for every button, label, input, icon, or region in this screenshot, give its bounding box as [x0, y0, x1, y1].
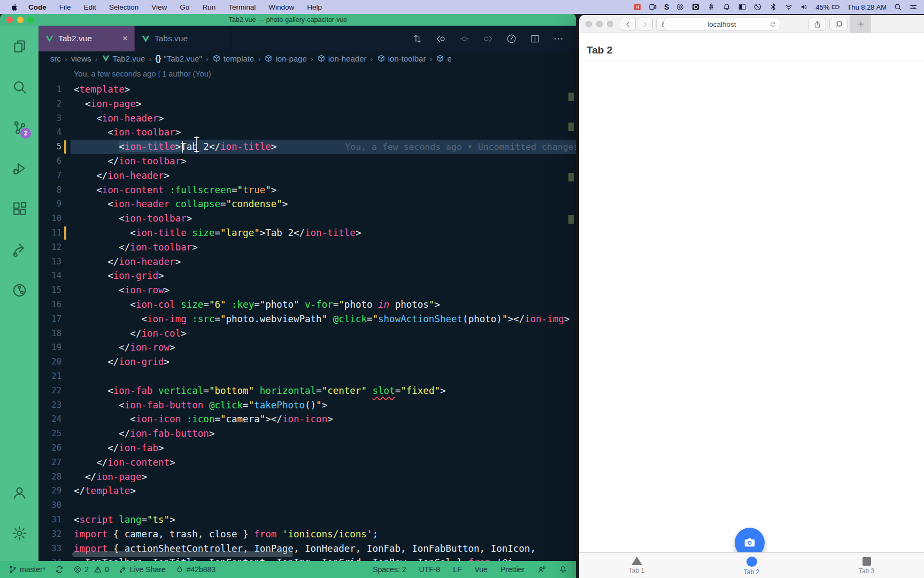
- breadcrumb-item[interactable]: ion-page: [264, 54, 306, 63]
- breadcrumb-item[interactable]: views: [71, 54, 91, 63]
- eol-status[interactable]: LF: [453, 565, 461, 574]
- code-line[interactable]: 27 </ion-content>: [38, 455, 576, 470]
- editor-tab-Tabs.vue[interactable]: Tabs.vue: [135, 26, 231, 51]
- activity-branch-circle[interactable]: [6, 277, 32, 303]
- code-line[interactable]: 8 <ion-content :fullscreen="true">: [38, 183, 576, 197]
- clock[interactable]: Thu 8:28 AM: [847, 3, 887, 11]
- editor-tab-Tab2.vue[interactable]: Tab2.vue×: [38, 26, 135, 51]
- code-line[interactable]: 30: [38, 498, 576, 513]
- minimize-window-button[interactable]: [17, 17, 24, 23]
- menu-edit[interactable]: Edit: [84, 3, 96, 11]
- code-line[interactable]: 21: [38, 369, 576, 384]
- bell-app-icon[interactable]: [722, 3, 731, 11]
- notifications-status[interactable]: [559, 565, 567, 574]
- formatter-status[interactable]: Prettier: [500, 565, 525, 574]
- control-center-icon[interactable]: [909, 3, 918, 11]
- do-not-disturb-icon[interactable]: [753, 3, 762, 11]
- breadcrumb-item[interactable]: src: [50, 54, 61, 63]
- code-line[interactable]: 32import { camera, trash, close } from '…: [38, 527, 576, 542]
- live-share-status[interactable]: Live Share: [119, 565, 166, 574]
- breadcrumb-item[interactable]: ion-toolbar: [377, 54, 426, 63]
- split-editor-button[interactable]: [527, 31, 543, 47]
- encoding-status[interactable]: UTF-8: [419, 565, 440, 574]
- address-bar[interactable]: localhost: [664, 18, 780, 31]
- forward-button[interactable]: [637, 18, 653, 31]
- zoom-window-button[interactable]: [607, 21, 613, 27]
- code-line[interactable]: 2 <ion-page>: [38, 97, 576, 111]
- menu-selection[interactable]: Selection: [109, 3, 139, 11]
- code-line[interactable]: 28 </ion-page>: [38, 470, 576, 484]
- close-window-button[interactable]: [586, 21, 592, 27]
- close-tab-icon[interactable]: ×: [122, 33, 128, 44]
- share-button[interactable]: [808, 18, 826, 31]
- code-line[interactable]: 19 </ion-row>: [38, 340, 576, 355]
- menu-code[interactable]: Code: [28, 3, 47, 11]
- activity-run-debug[interactable]: [6, 155, 32, 181]
- record-app-icon[interactable]: [691, 3, 700, 11]
- navigate-back-button[interactable]: [433, 31, 449, 47]
- code-line[interactable]: 17 <ion-img :src="photo.webviewPath" @cl…: [38, 312, 576, 326]
- zoom-window-button[interactable]: [28, 17, 34, 23]
- sync-status[interactable]: [55, 565, 64, 574]
- code-line[interactable]: 23 <ion-fab-button @click="takePhoto()">: [38, 398, 576, 413]
- breadcrumb-item[interactable]: template: [212, 54, 255, 63]
- problems-status[interactable]: 2 0: [73, 565, 109, 574]
- activity-account[interactable]: [6, 480, 32, 505]
- menu-window[interactable]: Window: [268, 3, 294, 11]
- breadcrumb-item[interactable]: {}"Tab2.vue": [155, 54, 202, 63]
- letter-s-app-icon[interactable]: S: [664, 3, 669, 11]
- code-line[interactable]: 1<template>: [38, 82, 576, 97]
- breadcrumb-item[interactable]: e: [436, 54, 451, 63]
- language-mode-status[interactable]: Vue: [474, 565, 487, 574]
- code-line[interactable]: 14 <ion-grid>: [38, 269, 576, 283]
- spotlight-icon[interactable]: [894, 3, 902, 11]
- app-tab-tab-1[interactable]: Tab 1: [579, 553, 694, 578]
- apple-icon[interactable]: [11, 3, 19, 11]
- minimize-window-button[interactable]: [596, 21, 603, 27]
- video-app-icon[interactable]: [649, 3, 657, 11]
- activity-search[interactable]: [6, 74, 32, 100]
- git-branch-status[interactable]: master*: [9, 565, 45, 574]
- activity-explorer[interactable]: [6, 33, 32, 59]
- rocket-app-icon[interactable]: [707, 3, 715, 11]
- indentation-status[interactable]: Spaces: 2: [373, 565, 406, 574]
- code-line[interactable]: 10 <ion-toolbar>: [38, 211, 576, 226]
- new-tab-button[interactable]: [850, 15, 871, 33]
- wifi-icon[interactable]: [784, 3, 793, 11]
- code-line[interactable]: 26 </ion-fab>: [38, 441, 576, 455]
- breadcrumb-item[interactable]: ion-header: [317, 54, 367, 63]
- code-line[interactable]: 13 </ion-header>: [38, 255, 576, 269]
- app-tab-tab-3[interactable]: Tab 3: [809, 553, 924, 578]
- activity-settings[interactable]: [6, 520, 32, 546]
- menu-terminal[interactable]: Terminal: [228, 3, 256, 11]
- code-line[interactable]: 29</template>: [38, 484, 576, 498]
- code-line[interactable]: 22 <ion-fab vertical="bottom" horizontal…: [38, 384, 576, 398]
- code-line[interactable]: 7 </ion-header>: [38, 169, 576, 183]
- more-actions-button[interactable]: [550, 31, 566, 47]
- menu-view[interactable]: View: [151, 3, 167, 11]
- activity-extensions[interactable]: [6, 196, 32, 222]
- activity-source-control[interactable]: 2: [6, 115, 32, 140]
- menu-help[interactable]: Help: [307, 3, 322, 11]
- reload-icon[interactable]: [769, 21, 776, 28]
- code-line[interactable]: 24 <ion-icon :icon="camera"></ion-icon>: [38, 412, 576, 427]
- codelens-annotation[interactable]: You, a few seconds ago | 1 author (You): [74, 70, 576, 81]
- back-button[interactable]: [620, 18, 636, 31]
- open-changes-button[interactable]: [409, 31, 425, 47]
- code-line[interactable]: 16 <ion-col size="6" :key="photo" v-for=…: [38, 298, 576, 312]
- show-tabs-button[interactable]: [829, 18, 848, 31]
- code-line[interactable]: 9 <ion-header collapse="condense">: [38, 197, 576, 211]
- code-editor[interactable]: You, a few seconds ago | 1 author (You) …: [38, 65, 576, 561]
- menu-go[interactable]: Go: [180, 3, 189, 11]
- split-view-icon[interactable]: [738, 3, 746, 11]
- feedback-status[interactable]: [537, 565, 546, 574]
- navigate-position-button[interactable]: [456, 31, 472, 47]
- navigate-forward-button[interactable]: [480, 31, 496, 47]
- close-window-button[interactable]: [6, 17, 13, 23]
- code-line[interactable]: 18 </ion-col>: [38, 326, 576, 341]
- film-app-icon[interactable]: [633, 3, 642, 11]
- code-line[interactable]: 6 </ion-toolbar>: [38, 154, 576, 169]
- activity-live-share[interactable]: [6, 237, 32, 262]
- code-line[interactable]: 4 <ion-toolbar>: [38, 125, 576, 140]
- code-line[interactable]: 3 <ion-header>: [38, 111, 576, 126]
